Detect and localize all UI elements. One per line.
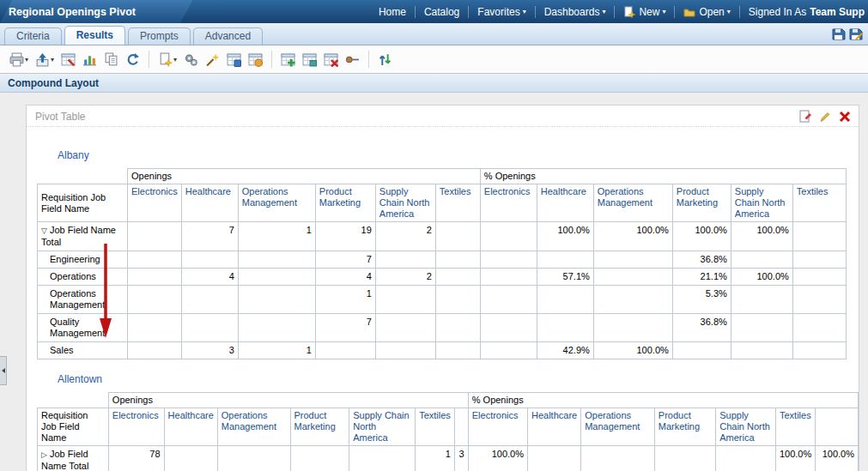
folder-icon [683, 7, 695, 17]
tab-results[interactable]: Results [64, 26, 125, 45]
pivot-cell [792, 269, 846, 286]
tab-advanced[interactable]: Advanced [193, 27, 263, 45]
chevron-down-icon: ▾ [602, 8, 605, 15]
page-title: Regional Openings Pivot [9, 6, 136, 18]
pivot-cell [181, 314, 238, 342]
tab-prompts[interactable]: Prompts [128, 27, 191, 45]
tab-criteria[interactable]: Criteria [4, 27, 62, 45]
pin-icon[interactable] [343, 51, 362, 69]
pivot-cell: 7 [315, 314, 375, 342]
column-header: Textiles [435, 184, 480, 222]
column-header: Supply Chain North America [349, 408, 416, 446]
pivot-cell: 42.9% [537, 342, 593, 359]
pivot-cell: 1 [416, 446, 455, 471]
edit-table-icon[interactable] [300, 51, 319, 69]
print-view-icon[interactable] [798, 110, 812, 124]
expand-collapse-icon[interactable]: ▷ [41, 450, 47, 459]
expand-collapse-icon[interactable]: ▽ [41, 226, 47, 235]
copy-icon[interactable] [101, 51, 121, 69]
column-header: Supply Chain North America [716, 408, 776, 446]
pivot-cell: 100.0% [816, 446, 859, 471]
refresh-icon[interactable] [123, 51, 143, 69]
row-label: ▷Job Field Name Total [38, 446, 109, 471]
view-properties-icon[interactable] [181, 51, 201, 69]
add-table-icon[interactable] [278, 51, 298, 69]
pivot-cell [315, 342, 375, 359]
compound-layout-title: Compound Layout [8, 77, 99, 89]
pivot-cell [128, 314, 182, 342]
remove-view-icon[interactable] [838, 110, 852, 124]
pivot-cell [181, 286, 238, 314]
conditional-format-icon[interactable] [246, 51, 265, 69]
sort-icon[interactable] [375, 51, 395, 69]
calculated-item-icon[interactable] [224, 51, 244, 69]
pivot-cell: 100.0% [468, 446, 527, 471]
export-icon[interactable]: ▾ [33, 51, 57, 69]
pivot-cell [435, 342, 480, 359]
pivot-cell: 100.0% [593, 342, 672, 359]
pivot-cell [672, 342, 731, 359]
pivot-cell [581, 446, 655, 471]
format-wizard-icon[interactable] [203, 51, 222, 69]
pivot-cell [537, 314, 593, 342]
pivot-table-panel: Pivot Table Albany Openings% OpeningsReq… [26, 105, 859, 471]
column-header: Product Marketing [672, 184, 731, 222]
pivot-table-albany-wrap: Openings% OpeningsRequisition Job Field … [37, 168, 859, 359]
nav-home[interactable]: Home [370, 6, 415, 18]
column-header: Operations Management [581, 408, 655, 446]
remove-table-icon[interactable] [321, 51, 341, 69]
pivot-cell: 1 [238, 222, 315, 251]
edit-view-icon[interactable] [818, 110, 832, 124]
nav-dashboards[interactable]: Dashboards▾ [536, 6, 615, 18]
nav-favorites[interactable]: Favorites▾ [469, 6, 534, 18]
pivot-cell: 100.0% [537, 222, 593, 251]
pivot-cell: 7 [181, 222, 238, 251]
column-header: Product Marketing [315, 184, 375, 222]
section-link-albany[interactable]: Albany [58, 149, 89, 161]
nav-open[interactable]: Open▾ [675, 6, 738, 18]
column-header: Product Marketing [654, 408, 715, 446]
content-area: Pivot Table Albany Openings% OpeningsReq… [0, 93, 868, 471]
pivot-table: Openings% OpeningsRequisition Job Field … [37, 392, 859, 471]
pivot-cell [480, 269, 537, 286]
pivot-cell [435, 314, 480, 342]
edit-analysis-icon[interactable] [58, 51, 78, 69]
column-header: Operations Management [217, 408, 290, 446]
pivot-cell [238, 286, 315, 314]
tab-bar: Criteria Results Prompts Advanced [0, 23, 868, 45]
save-icon[interactable] [832, 27, 846, 41]
pivot-cell: 100.0% [593, 222, 672, 251]
toolbar-divider [149, 51, 149, 68]
pivot-cell [716, 446, 776, 471]
nav-catalog[interactable]: Catalog [416, 6, 468, 18]
pivot-cell [435, 251, 480, 269]
pane-collapse-handle[interactable] [0, 356, 7, 385]
chart-view-icon[interactable] [80, 51, 100, 69]
toolbar-divider [368, 51, 369, 68]
results-toolbar: ▾▾▾ [0, 45, 868, 74]
pivot-cell: 1 [238, 342, 315, 359]
table-row: Operations Management15.3% [38, 286, 847, 314]
pivot-cell: 19 [315, 222, 375, 251]
obiee-analysis-page: { "topbar": { "title": "Regional Opening… [0, 0, 868, 471]
save-as-icon[interactable] [849, 27, 863, 41]
pivot-cell [731, 314, 792, 342]
pivot-cell: 36.8% [672, 314, 731, 342]
column-header: Electronics [468, 408, 527, 446]
pivot-cell: 1 [315, 286, 375, 314]
pivot-cell [480, 286, 537, 314]
compound-layout-bar: Compound Layout [0, 74, 868, 93]
nav-new[interactable]: New▾ [615, 6, 674, 18]
print-icon[interactable]: ▾ [7, 51, 31, 69]
column-header: Electronics [128, 184, 182, 222]
chevron-down-icon: ▾ [727, 8, 731, 15]
column-header [816, 408, 859, 446]
table-row: Operations44257.1%21.1%100.0% [38, 269, 847, 286]
new-view-icon[interactable]: ▾ [155, 51, 179, 69]
pivot-table-allentown-wrap: Openings% OpeningsRequisition Job Field … [37, 392, 859, 471]
section-link-allentown[interactable]: Allentown [58, 373, 102, 385]
pivot-cell [480, 342, 537, 359]
pivot-cell: 100.0% [731, 222, 792, 251]
column-header: Healthcare [528, 408, 581, 446]
pivot-cell [375, 314, 435, 342]
